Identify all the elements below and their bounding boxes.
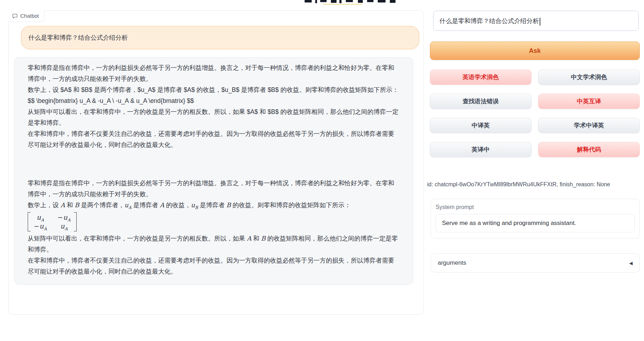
arguments-accordion-label: arguments [438, 259, 466, 266]
chatbot-label-chip: Chatbot [8, 10, 44, 22]
payoff-matrix: uA−uA−uAuA [28, 212, 77, 231]
chatbot-label: Chatbot [20, 13, 39, 19]
bot-text-line: 零和博弈是指在博弈中，一方的利益损失必然等于另一方的利益增益。换言之，对于每一种… [28, 62, 400, 84]
bot-text-line: 在零和博弈中，博弈者不仅要关注自己的收益，还需要考虑对手的收益。因为一方取得的收… [28, 255, 400, 277]
arguments-accordion[interactable]: arguments ◀ [431, 253, 640, 273]
status-line: id: chatcmpl-6wOo7KrYTwMl89lbrMWRu4UkFFX… [427, 181, 640, 188]
quick-action-button[interactable]: 中译英 [430, 118, 531, 133]
bot-rendered-after: 从矩阵中可以看出，在零和博弈中，一方的收益是另一方的相反数。所以，如果 A 和 … [28, 233, 400, 277]
app-root: Chatbot 什么是零和博弈？结合公式介绍分析 零和博弈是指在博弈中，一方的利… [0, 0, 644, 341]
quick-action-button[interactable]: 英译中 [430, 142, 531, 157]
matrix-cell: uA [37, 213, 44, 222]
bot-rendered-before: 零和博弈是指在博弈中，一方的利益损失必然等于另一方的利益增益。换言之，对于每一种… [28, 178, 400, 211]
text-caret [540, 18, 540, 26]
quick-action-button[interactable]: 中文学术润色 [538, 70, 640, 85]
chat-bubble-icon [12, 13, 18, 19]
matrix-right-bracket [74, 212, 77, 231]
bot-text-line: $$ \begin{bmatrix} u_A & -u_A \ -u_A & u… [28, 95, 400, 106]
bot-text-line: 数学上，设 A 和 B 是两个博弈者，uA 是博弈者 A 的收益，uB 是博弈者… [28, 200, 400, 211]
user-message-text: 什么是零和博弈？结合公式介绍分析 [28, 33, 128, 42]
bot-raw-block: 零和博弈是指在博弈中，一方的利益损失必然等于另一方的利益增益。换言之，对于每一种… [28, 62, 400, 150]
quick-action-button[interactable]: 解释代码 [538, 142, 640, 157]
bot-text-line: 数学上，设 $A$ 和 $B$ 是两个博弈者，$u_A$ 是博弈者 $A$ 的收… [28, 84, 400, 95]
quick-actions-grid: 英语学术润色中文学术润色查找语法错误中英互译中译英学术中译英英译中解释代码 [430, 70, 640, 157]
bot-text-line: 从矩阵中可以看出，在零和博弈中，一方的收益是另一方的相反数。所以，如果 A 和 … [28, 233, 400, 255]
quick-action-button[interactable]: 学术中译英 [538, 118, 640, 133]
bot-message-panel: 零和博弈是指在博弈中，一方的利益损失必然等于另一方的利益增益。换言之，对于每一种… [14, 57, 413, 285]
title-underline [323, 4, 362, 5]
system-prompt-label: System prompt [436, 204, 635, 210]
ask-input[interactable]: 什么是零和博弈？结合公式介绍分析 [433, 11, 639, 31]
system-prompt-group: System prompt Serve me as a writing and … [431, 199, 640, 238]
ask-input-value: 什么是零和博弈？结合公式介绍分析 [440, 17, 539, 25]
quick-action-button[interactable]: 查找语法错误 [430, 94, 531, 109]
system-prompt-input[interactable]: Serve me as a writing and programming as… [436, 214, 635, 232]
chatbot-panel: Chatbot 什么是零和博弈？结合公式介绍分析 零和博弈是指在博弈中，一方的利… [8, 10, 424, 315]
quick-action-button[interactable]: 中英互译 [538, 94, 640, 109]
page-title-clipped [305, 0, 404, 5]
accordion-collapsed-icon: ◀ [629, 260, 633, 266]
bot-text-line: 在零和博弈中，博弈者不仅要关注自己的收益，还需要考虑对手的收益。因为一方取得的收… [28, 128, 400, 150]
bot-text-line: 从矩阵中可以看出，在零和博弈中，一方的收益是另一方的相反数。所以，如果 $A$ … [28, 106, 400, 128]
matrix-cell: −uA [34, 222, 47, 231]
quick-action-button[interactable]: 英语学术润色 [430, 70, 531, 85]
user-message-bubble: 什么是零和博弈？结合公式介绍分析 [21, 26, 419, 49]
bot-rendered-block: 零和博弈是指在博弈中，一方的利益损失必然等于另一方的利益增益。换言之，对于每一种… [28, 178, 400, 277]
matrix-grid: uA−uA−uAuA [34, 212, 71, 231]
matrix-cell: −uA [58, 213, 71, 222]
bot-text-line: 零和博弈是指在博弈中，一方的利益损失必然等于另一方的利益增益。换言之，对于每一种… [28, 178, 400, 200]
matrix-left-bracket [28, 212, 31, 231]
matrix-cell: uA [60, 222, 68, 231]
ask-button[interactable]: Ask [430, 42, 640, 60]
